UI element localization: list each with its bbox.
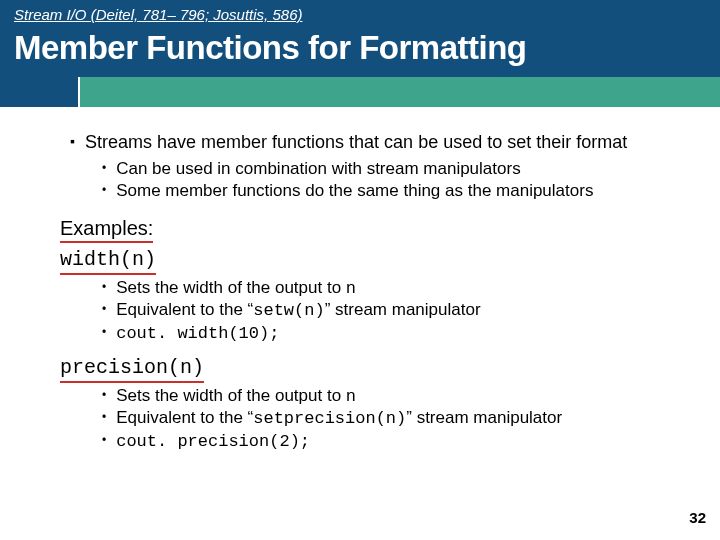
width-heading: width(n) [60, 247, 156, 275]
slide: Stream I/O (Deitel, 781– 796; Josuttis, … [0, 0, 720, 540]
code-inline: setw(n) [253, 301, 324, 320]
slide-body: Streams have member functions that can b… [0, 107, 720, 453]
text: Equivalent to the “ [116, 408, 253, 427]
bullet-l2: Can be used in combination with stream m… [102, 158, 700, 180]
code-inline: n [346, 279, 356, 298]
text: ” stream manipulator [325, 300, 481, 319]
chapter-reference: Stream I/O (Deitel, 781– 796; Josuttis, … [14, 6, 706, 23]
precision-bullets: Sets the width of the output to n Equiva… [102, 385, 700, 453]
code-inline: n [346, 387, 356, 406]
bullet-l1: Streams have member functions that can b… [70, 131, 700, 154]
code-inline: cout. width(10); [116, 324, 279, 343]
text: ” stream manipulator [406, 408, 562, 427]
bullet-l2-group: Can be used in combination with stream m… [102, 158, 700, 202]
header-bar: Stream I/O (Deitel, 781– 796; Josuttis, … [0, 0, 720, 77]
code-inline: setprecision(n) [253, 409, 406, 428]
bullet-l3: Equivalent to the “setprecision(n)” stre… [102, 407, 700, 430]
bullet-l3: Sets the width of the output to n [102, 277, 700, 300]
accent-left [0, 77, 80, 107]
width-bullets: Sets the width of the output to n Equiva… [102, 277, 700, 345]
bullet-l3: Equivalent to the “setw(n)” stream manip… [102, 299, 700, 322]
page-number: 32 [689, 509, 706, 526]
examples-heading: Examples: [60, 216, 153, 244]
bullet-l3: cout. precision(2); [102, 430, 700, 453]
text: Sets the width of the output to [116, 278, 346, 297]
accent-right [80, 77, 720, 107]
precision-heading: precision(n) [60, 355, 204, 383]
text: Sets the width of the output to [116, 386, 346, 405]
bullet-l3: Sets the width of the output to n [102, 385, 700, 408]
text: Equivalent to the “ [116, 300, 253, 319]
slide-title: Member Functions for Formatting [14, 29, 706, 67]
accent-bar [0, 77, 720, 107]
bullet-l2: Some member functions do the same thing … [102, 180, 700, 202]
code-inline: cout. precision(2); [116, 432, 310, 451]
bullet-l3: cout. width(10); [102, 322, 700, 345]
